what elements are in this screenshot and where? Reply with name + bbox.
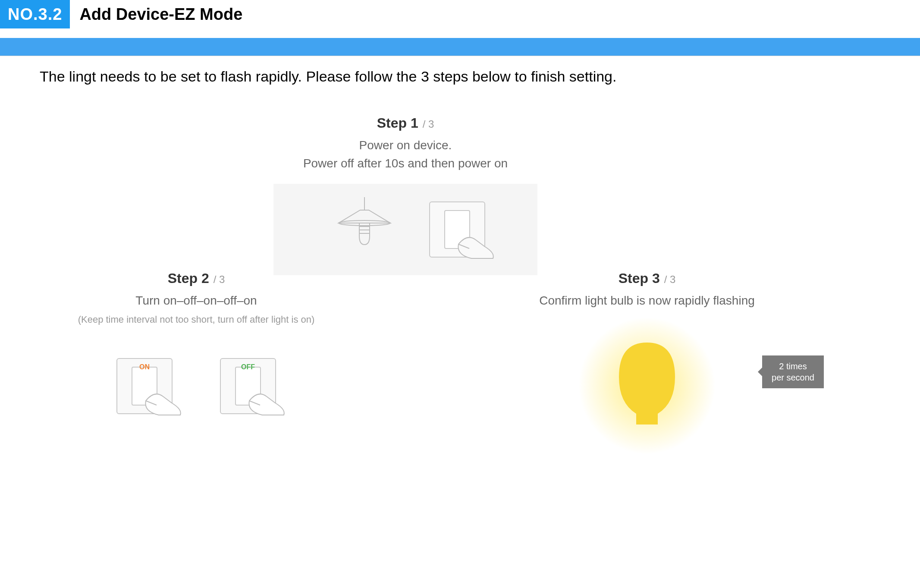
section-number-badge: NO.3.2 [0, 0, 70, 28]
step-1-text-line2: Power off after 10s and then power on [276, 154, 535, 173]
divider-bar [0, 38, 920, 56]
step-2-illustration: ON OFF [32, 336, 360, 431]
step-2-card: Step 2 / 3 Turn on–off–on–off–on (Keep t… [32, 270, 360, 431]
section-header: NO.3.2 Add Device-EZ Mode [0, 0, 920, 28]
step-3-illustration: 2 times per second [470, 321, 824, 446]
hand-icon [454, 229, 497, 261]
step-1-card: Step 1 / 3 Power on device. Power off af… [276, 115, 535, 275]
step-2-counter: / 3 [214, 274, 225, 286]
step-3-counter: / 3 [664, 274, 676, 286]
switch-off-icon: OFF [220, 358, 276, 414]
lamp-icon [326, 197, 403, 262]
bulb-icon: 2 times per second [582, 334, 712, 429]
callout-line2: per second [772, 372, 814, 383]
switch-on-icon: ON [116, 358, 173, 414]
switch-off-label: OFF [241, 363, 255, 371]
switch-icon [429, 201, 485, 258]
flash-rate-callout: 2 times per second [762, 355, 824, 388]
switch-on-label: ON [139, 363, 150, 371]
step-1-illustration [273, 184, 537, 275]
section-title: Add Device-EZ Mode [79, 0, 242, 28]
step-3-text: Confirm light bulb is now rapidly flashi… [470, 292, 824, 310]
hand-icon [245, 386, 288, 418]
step-1-text-line1: Power on device. [276, 136, 535, 154]
steps-area: Step 1 / 3 Power on device. Power off af… [0, 85, 920, 560]
step-2-note: (Keep time interval not too short, turn … [32, 314, 360, 325]
callout-line1: 2 times [772, 361, 814, 372]
step-3-card: Step 3 / 3 Confirm light bulb is now rap… [470, 270, 824, 446]
step-1-counter: / 3 [423, 118, 434, 130]
step-2-heading: Step 2 [168, 270, 209, 286]
step-3-heading: Step 3 [619, 270, 660, 286]
step-1-heading: Step 1 [377, 115, 418, 131]
intro-text: The lingt needs to be set to flash rapid… [40, 68, 920, 85]
hand-icon [141, 386, 185, 418]
step-2-text: Turn on–off–on–off–on [32, 292, 360, 310]
